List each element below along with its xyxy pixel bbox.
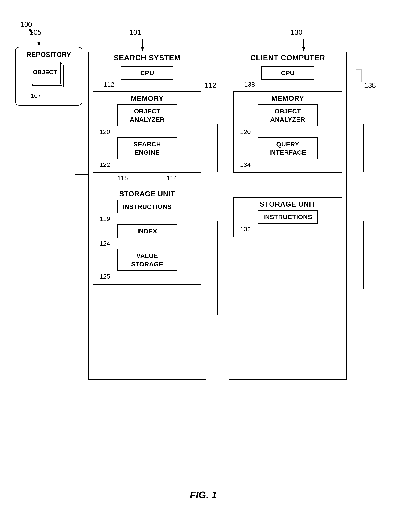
ref-114: 114	[166, 174, 177, 182]
client-query-interface-ref: 134	[240, 161, 339, 168]
client-computer-title: CLIENT COMPUTER	[229, 52, 346, 63]
search-system-title: SEARCH SYSTEM	[89, 52, 206, 63]
client-cpu-box: CPU	[261, 66, 314, 80]
figure-label: FIG. 1	[190, 489, 217, 500]
client-storage-title: STORAGE UNIT	[237, 200, 339, 208]
client-instructions-ref: 132	[240, 226, 339, 233]
ref-130: 130	[291, 28, 302, 37]
search-memory-box: MEMORY OBJECTANALYZER 120 SEARCHENGINE 1…	[93, 91, 202, 173]
search-storage-title: STORAGE UNIT	[96, 190, 198, 198]
ref-100: 100	[20, 21, 32, 29]
client-cpu-container: CPU	[235, 66, 341, 80]
ref-105-text: 105	[30, 28, 41, 36]
ref-101-text: 101	[129, 28, 141, 36]
client-storage-box: STORAGE UNIT INSTRUCTIONS 132	[233, 197, 342, 237]
search-cpu-container: CPU	[94, 66, 200, 80]
client-object-analyzer-box: OBJECTANALYZER	[258, 104, 318, 126]
ref-118: 118	[117, 174, 128, 182]
search-system-box: SEARCH SYSTEM CPU 112 MEMORY OBJECTANALY…	[88, 51, 206, 380]
search-storage-box: STORAGE UNIT INSTRUCTIONS 119 INDEX 124 …	[93, 187, 202, 285]
ref-105: 105	[30, 28, 41, 37]
client-query-interface-box: QUERYINTERFACE	[258, 137, 318, 159]
repository-title: REPOSITORY	[20, 51, 78, 59]
search-index-box: INDEX	[117, 224, 177, 238]
search-cpu-ref: 112	[104, 81, 206, 88]
repository-box: REPOSITORY OBJECT 107	[15, 47, 83, 106]
client-object-analyzer-ref: 120	[240, 128, 339, 136]
search-value-storage-box: VALUESTORAGE	[117, 249, 177, 271]
search-cpu-box: CPU	[121, 66, 173, 80]
ref-130-text: 130	[291, 28, 302, 36]
search-instructions-box: INSTRUCTIONS	[117, 200, 177, 213]
ref-138-outside: 138	[364, 82, 376, 90]
object-ref: 107	[31, 92, 78, 99]
search-index-ref: 124	[100, 240, 198, 247]
arrow-refs: 118 114	[98, 174, 196, 182]
ref-101: 101	[129, 28, 141, 37]
search-engine-box: SEARCHENGINE	[117, 137, 177, 159]
paper-stack: OBJECT	[30, 61, 68, 91]
search-value-storage-ref: 125	[100, 273, 198, 280]
diagram-container: 100 101 130 105 REPOSITORY OBJECT 107 SE…	[11, 15, 395, 512]
search-instructions-ref: 119	[100, 215, 198, 222]
ref-112-outside: 112	[204, 82, 216, 90]
search-object-analyzer-box: OBJECTANALYZER	[117, 104, 177, 126]
client-computer-box: CLIENT COMPUTER CPU 138 MEMORY OBJECTANA…	[229, 51, 347, 380]
paper-sheet-object: OBJECT	[30, 61, 60, 83]
client-memory-title: MEMORY	[237, 95, 339, 102]
object-label: OBJECT	[33, 69, 57, 76]
client-memory-box: MEMORY OBJECTANALYZER 120 QUERYINTERFACE…	[233, 91, 342, 173]
search-memory-title: MEMORY	[96, 95, 198, 102]
search-engine-ref: 122	[100, 161, 198, 168]
client-instructions-box: INSTRUCTIONS	[258, 210, 318, 224]
client-cpu-ref: 138	[244, 81, 346, 88]
search-object-analyzer-ref: 120	[100, 128, 198, 136]
